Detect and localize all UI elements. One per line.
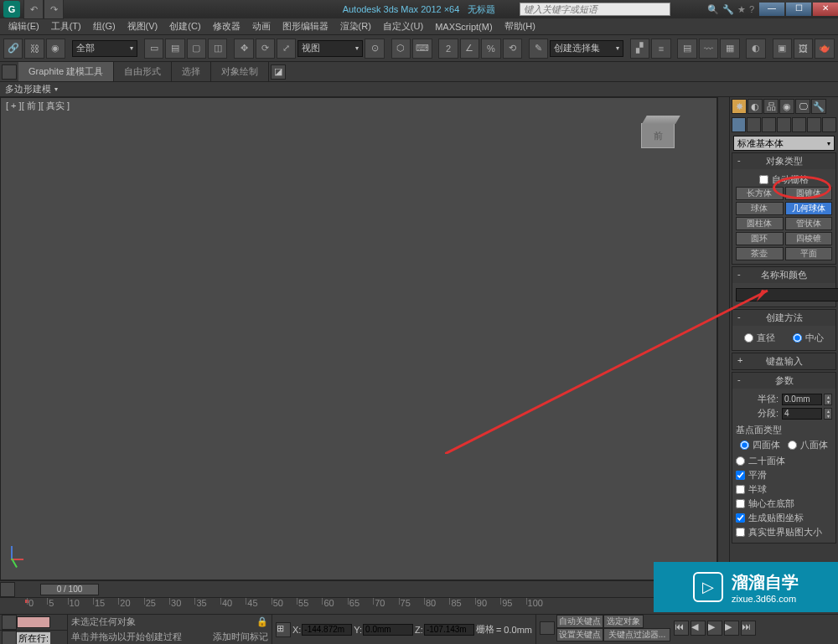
render-setup-icon[interactable]: ▣ — [773, 39, 792, 59]
selection-scope-dropdown[interactable]: 全部 — [72, 40, 137, 57]
render-frame-icon[interactable]: 🖼 — [794, 39, 813, 59]
cat-geometry-icon[interactable] — [732, 117, 746, 132]
menu-help[interactable]: 帮助(H) — [499, 18, 541, 34]
time-prev-icon[interactable] — [0, 582, 15, 597]
obj-plane[interactable]: 平面 — [785, 247, 833, 260]
chk-genmap[interactable] — [736, 513, 745, 523]
menu-create[interactable]: 创建(C) — [164, 18, 205, 34]
ribbon-tab-paint[interactable]: 对象绘制 — [211, 62, 269, 81]
play-next-icon[interactable]: ▶ — [724, 621, 739, 636]
tab-modify-icon[interactable]: ◐ — [747, 99, 763, 114]
ribbon-tab-freeform[interactable]: 自由形式 — [114, 62, 172, 81]
select-icon[interactable]: ▭ — [144, 39, 163, 59]
setkey-button[interactable]: 设置关键点 — [556, 628, 603, 641]
scale-icon[interactable]: ⤢ — [277, 39, 296, 59]
keymode-icon[interactable] — [540, 621, 555, 635]
ribbon-pin-icon[interactable] — [2, 64, 17, 80]
menu-rendering[interactable]: 渲染(R) — [335, 18, 376, 34]
cat-cameras-icon[interactable] — [777, 117, 791, 132]
tab-utilities-icon[interactable]: 🔧 — [811, 99, 826, 114]
help-search[interactable] — [520, 3, 670, 16]
ribbon-panel-polymodel[interactable]: 多边形建模 — [0, 82, 838, 97]
snap-spinner-icon[interactable]: ⟲ — [503, 39, 522, 59]
z-input[interactable] — [424, 624, 474, 636]
play-icon[interactable]: ▶ — [707, 621, 722, 636]
window-cross-icon[interactable]: ◫ — [208, 39, 227, 59]
tab-motion-icon[interactable]: ◉ — [779, 99, 794, 114]
menu-group[interactable]: 组(G) — [88, 18, 121, 34]
radius-input[interactable] — [782, 394, 822, 405]
isolate-icon[interactable]: ⊞ — [276, 622, 291, 637]
chk-realmap[interactable] — [736, 528, 745, 537]
menu-grapheditors[interactable]: 图形编辑器 — [277, 18, 334, 34]
ribbon-expand-icon[interactable]: ◪ — [271, 64, 286, 80]
rollout-objtype[interactable]: 对象类型 — [732, 153, 835, 169]
obj-geosphere[interactable]: 几何球体 — [785, 202, 833, 215]
align-icon[interactable]: ≡ — [651, 39, 670, 59]
editnamed-icon[interactable]: ✎ — [529, 39, 548, 59]
help-icon[interactable]: ? — [749, 4, 754, 15]
rollout-kbentry[interactable]: 键盘输入 — [732, 353, 835, 369]
object-name-input[interactable] — [736, 288, 838, 301]
cat-space-icon[interactable] — [807, 117, 821, 132]
cat-shapes-icon[interactable] — [747, 117, 761, 132]
obj-tube[interactable]: 管状体 — [785, 217, 833, 230]
category-dropdown[interactable]: 标准基本体 — [733, 136, 835, 151]
viewport-label[interactable]: [ + ][ 前 ][ 真实 ] — [6, 100, 70, 112]
obj-teapot[interactable]: 茶壶 — [736, 247, 784, 260]
play-prev-icon[interactable]: ◀ — [691, 621, 706, 636]
selkey-dropdown[interactable]: 选定对象 — [603, 615, 644, 628]
chk-base[interactable] — [736, 499, 745, 508]
obj-sphere[interactable]: 球体 — [736, 202, 784, 215]
viewport-scrollbar[interactable] — [717, 97, 729, 580]
obj-torus[interactable]: 圆环 — [736, 232, 784, 245]
unlink-icon[interactable]: ⛓ — [24, 39, 44, 59]
radio-octa[interactable] — [788, 440, 797, 450]
redo-icon[interactable] — [44, 0, 64, 19]
script-icon[interactable] — [2, 631, 17, 644]
chk-smooth[interactable] — [736, 471, 745, 480]
menu-maxscript[interactable]: MAXScript(M) — [430, 20, 497, 33]
y-input[interactable] — [363, 624, 413, 636]
select-name-icon[interactable]: ▤ — [165, 39, 184, 59]
radio-diameter[interactable] — [744, 333, 753, 343]
undo-icon[interactable] — [23, 0, 44, 19]
add-time-tag[interactable]: 添加时间标记 — [213, 631, 268, 643]
rollout-params[interactable]: 参数 — [732, 373, 835, 389]
cat-helpers-icon[interactable] — [792, 117, 806, 132]
obj-pyramid[interactable]: 四棱锥 — [785, 232, 833, 245]
material-icon[interactable]: ◐ — [746, 39, 765, 59]
ribbon-tab-selection[interactable]: 选择 — [172, 62, 211, 81]
render-icon[interactable]: 🫖 — [815, 39, 834, 59]
lock-icon[interactable]: 🔒 — [256, 616, 268, 627]
autokey-button[interactable]: 自动关键点 — [556, 615, 603, 628]
menu-edit[interactable]: 编辑(E) — [3, 18, 44, 34]
ribbon-tab-graphite[interactable]: Graphite 建模工具 — [18, 62, 114, 81]
radio-center[interactable] — [793, 333, 802, 343]
chk-hemi[interactable] — [736, 485, 745, 494]
menu-animation[interactable]: 动画 — [247, 18, 276, 34]
x-input[interactable] — [302, 624, 352, 636]
bind-icon[interactable]: ◉ — [46, 39, 65, 59]
rollout-namecolor[interactable]: 名称和颜色 — [732, 267, 835, 283]
obj-cylinder[interactable]: 圆柱体 — [736, 217, 784, 230]
star-icon[interactable]: ★ — [737, 4, 746, 15]
viewport[interactable]: [ + ][ 前 ][ 真实 ] 前 — [0, 97, 717, 580]
manip-icon[interactable]: ⬡ — [391, 39, 411, 59]
mirror-icon[interactable]: ▞ — [630, 39, 649, 59]
menu-modifiers[interactable]: 修改器 — [208, 18, 246, 34]
rollout-createmethod[interactable]: 创建方法 — [732, 310, 835, 326]
time-slider-handle[interactable]: 0 / 100 — [40, 584, 99, 595]
menu-customize[interactable]: 自定义(U) — [378, 18, 428, 34]
radius-spinner[interactable]: ▴▾ — [824, 394, 832, 405]
listener-pink[interactable] — [17, 616, 50, 628]
refcoord-dropdown[interactable]: 视图 — [297, 40, 363, 57]
schematic-icon[interactable]: ▦ — [720, 39, 739, 59]
named-selset-dropdown[interactable]: 创建选择集 — [550, 40, 623, 57]
snap-2d-icon[interactable]: 2 — [438, 39, 458, 59]
search-icon[interactable]: 🔍 — [707, 4, 719, 15]
close-button[interactable]: ✕ — [813, 3, 838, 16]
minimize-button[interactable]: — — [759, 3, 784, 16]
obj-box[interactable]: 长方体 — [736, 187, 784, 200]
help-search-input[interactable] — [520, 3, 670, 15]
